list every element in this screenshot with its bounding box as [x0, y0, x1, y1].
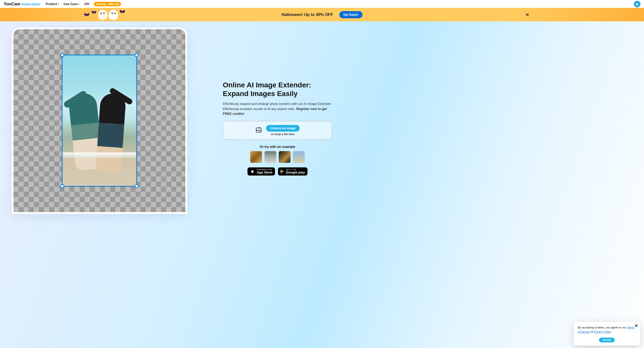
app-store-button[interactable]: Download on the App Store	[247, 167, 275, 176]
get-deals-button[interactable]: Get Deals!	[339, 11, 362, 18]
drop-text: or drop a file here	[271, 133, 295, 136]
app-store-big: App Store	[257, 171, 272, 174]
bat-icon	[91, 10, 96, 14]
apple-icon	[250, 169, 255, 174]
sample-image	[63, 55, 136, 186]
account-button[interactable]	[634, 1, 640, 7]
svg-rect-0	[256, 128, 261, 132]
upload-dropzone[interactable]: Choose an image or drop a file here	[223, 121, 332, 140]
logo-main: YouCam	[4, 2, 20, 7]
cookie-accept-button[interactable]: Accept	[599, 338, 614, 342]
promo-close-button[interactable]: ✕	[525, 12, 530, 18]
ghost-icon	[108, 9, 119, 20]
chevron-down-icon: ▾	[78, 3, 80, 5]
nav-api-label: API	[84, 2, 89, 6]
google-play-button[interactable]: GET IT ON Google play	[278, 167, 307, 176]
examples-label: Or try with an example	[223, 145, 332, 149]
resize-handle-bl[interactable]	[60, 184, 64, 188]
bat-icon	[84, 13, 90, 17]
top-nav: YouCam Online Editor Product ▾ Use Case …	[0, 0, 644, 8]
google-play-icon	[281, 169, 284, 173]
promo-banner: Halloween! Up to 30% OFF Get Deals! ✕	[0, 8, 644, 21]
choose-image-button[interactable]: Choose an image	[266, 125, 299, 132]
pricing-sep: |	[107, 3, 108, 6]
nav-api[interactable]: API	[84, 2, 89, 6]
resize-handle-tr[interactable]	[135, 53, 139, 57]
cookie-consent: ✕ By accepting cookies, you agree to our…	[574, 322, 640, 345]
example-thumb-3[interactable]	[279, 151, 290, 163]
nav-use-case[interactable]: Use Case ▾	[64, 2, 80, 6]
close-icon: ✕	[635, 324, 638, 328]
canvas-frame	[12, 27, 187, 214]
app-store-text: Download on the App Store	[257, 169, 272, 174]
top-nav-left: YouCam Online Editor Product ▾ Use Case …	[4, 2, 121, 7]
page-title: Online AI Image Extender: Expand Images …	[223, 81, 332, 98]
page-description: Effortlessly expand and enlarge photo bo…	[223, 101, 332, 116]
hero-left	[12, 27, 187, 348]
hero: Online AI Image Extender: Expand Images …	[0, 21, 644, 348]
logo-sub: Online Editor	[21, 3, 40, 6]
resize-handle-br[interactable]	[135, 184, 139, 188]
store-buttons: Download on the App Store GET IT ON Goog…	[223, 167, 332, 176]
bat-icon	[120, 10, 125, 13]
pricing-button[interactable]: Pricing | 30% off	[94, 2, 121, 6]
editor-canvas[interactable]	[13, 29, 185, 212]
promo-text: Halloween! Up to 30% OFF	[282, 12, 333, 17]
example-thumb-4[interactable]	[293, 151, 305, 163]
cookie-close-button[interactable]: ✕	[635, 323, 638, 328]
google-play-big: Google play	[286, 171, 305, 174]
user-icon	[635, 2, 639, 6]
google-play-text: GET IT ON Google play	[286, 169, 305, 174]
chevron-down-icon: ▾	[58, 3, 59, 5]
privacy-link[interactable]: Privacy Policy	[594, 330, 611, 333]
hero-right: Online AI Image Extender: Expand Images …	[223, 27, 332, 348]
pricing-discount: 30% off	[109, 3, 119, 6]
promo-inner: Halloween! Up to 30% OFF Get Deals!	[282, 11, 362, 18]
example-thumb-2[interactable]	[265, 151, 276, 163]
nav-use-case-label: Use Case	[64, 2, 78, 6]
nav-product-label: Product	[46, 2, 57, 6]
cookie-suffix: .	[611, 330, 612, 333]
upload-right: Choose an image or drop a file here	[266, 125, 299, 136]
image-add-icon	[255, 126, 262, 134]
close-icon: ✕	[525, 12, 530, 18]
example-thumb-1[interactable]	[250, 151, 262, 163]
nav-items: Product ▾ Use Case ▾ API Pricing | 30% o…	[46, 2, 121, 6]
pricing-label: Pricing	[96, 3, 106, 6]
ghost-icon	[97, 9, 108, 20]
logo[interactable]: YouCam Online Editor	[4, 2, 40, 7]
promo-decor	[84, 8, 125, 21]
resize-handle-tl[interactable]	[60, 53, 64, 57]
nav-product[interactable]: Product ▾	[46, 2, 59, 6]
selection-box[interactable]	[62, 55, 137, 187]
cookie-amp: &	[590, 330, 594, 333]
cookie-text: By accepting cookies, you agree to our T…	[578, 325, 636, 334]
cookie-pre: By accepting cookies, you agree to our	[578, 326, 627, 329]
example-row	[223, 151, 332, 163]
